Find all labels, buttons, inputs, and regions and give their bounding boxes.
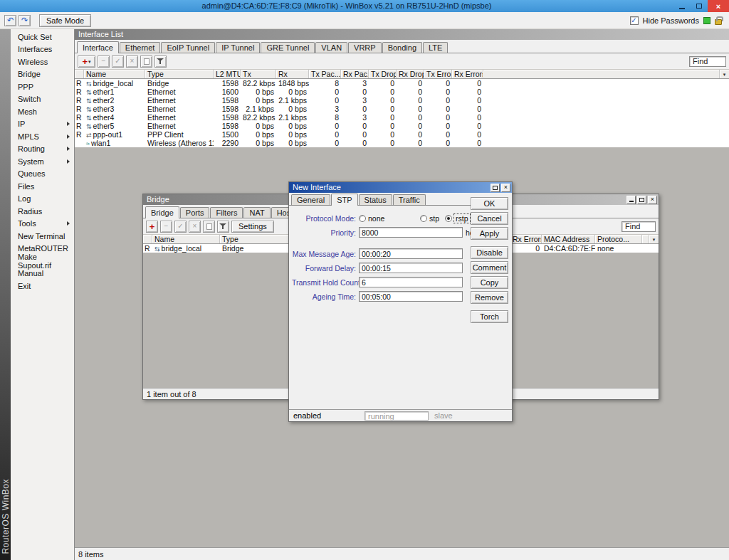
close-button[interactable]: × <box>708 0 729 12</box>
copy-button[interactable]: Copy <box>471 276 508 289</box>
remove-button[interactable]: − <box>98 56 110 68</box>
table-row-ether1[interactable]: R ⇅ether1 Ethernet 1600 0 bps 0 bps 0 0 … <box>75 88 729 96</box>
column-header-flags[interactable] <box>75 70 84 78</box>
disable-button[interactable]: Disable <box>471 246 508 259</box>
forward-delay-input[interactable] <box>359 263 463 273</box>
tab-stp[interactable]: STP <box>331 194 357 206</box>
column-header-flags[interactable] <box>143 235 152 243</box>
apply-button[interactable]: Apply <box>471 227 508 240</box>
tab-vlan[interactable]: VLAN <box>315 42 347 53</box>
radio-option-rstp[interactable]: rstp <box>445 214 470 223</box>
ageing-time-input[interactable] <box>359 291 463 302</box>
max-message-age-input[interactable] <box>359 248 463 259</box>
disable-button[interactable]: × <box>126 56 138 68</box>
tab-vrrp[interactable]: VRRP <box>348 42 382 53</box>
sidebar-item-quick-set[interactable]: Quick Set <box>11 31 74 43</box>
sidebar-item-files[interactable]: Files <box>11 180 74 193</box>
tab-gre-tunnel[interactable]: GRE Tunnel <box>261 42 315 53</box>
undo-button[interactable]: ↶ <box>4 15 16 26</box>
sidebar-item-mpls[interactable]: MPLS <box>11 130 74 143</box>
tab-traffic[interactable]: Traffic <box>393 194 426 205</box>
column-header-rx-pac[interactable]: Rx Pac... <box>341 70 369 78</box>
filter-button[interactable] <box>154 56 167 68</box>
table-row-ether4[interactable]: R ⇅ether4 Ethernet 1598 82.2 kbps 2.1 kb… <box>75 113 729 122</box>
dialog-titlebar[interactable]: New Interface × <box>289 182 512 193</box>
ok-button[interactable]: OK <box>471 197 508 210</box>
redo-button[interactable]: ↷ <box>19 15 31 26</box>
tab-ip-tunnel[interactable]: IP Tunnel <box>216 42 260 53</box>
maximize-button[interactable] <box>491 184 500 192</box>
tab-bridge[interactable]: Bridge <box>145 206 179 218</box>
add-button[interactable]: + <box>146 221 158 233</box>
torch-button[interactable]: Torch <box>471 310 508 323</box>
tab-lte[interactable]: LTE <box>423 42 448 53</box>
tab-general[interactable]: General <box>291 194 330 205</box>
comment-button[interactable] <box>140 56 152 68</box>
tab-eoip-tunnel[interactable]: EoIP Tunnel <box>161 42 215 53</box>
column-selector-button[interactable]: ▾ <box>649 235 659 243</box>
sidebar-item-ppp[interactable]: PPP <box>11 80 74 93</box>
column-header-rx-errors[interactable]: Rx Errors <box>452 70 483 78</box>
radio-option-stp[interactable]: stp <box>420 214 445 223</box>
sidebar-item-routing[interactable]: Routing <box>11 143 74 156</box>
column-header-rx-drops[interactable]: Rx Drops <box>397 70 424 78</box>
tab-filters[interactable]: Filters <box>210 207 243 218</box>
sidebar-item-interfaces[interactable]: Interfaces <box>11 43 74 56</box>
sidebar-item-log[interactable]: Log <box>11 193 74 206</box>
tab-ports[interactable]: Ports <box>180 207 210 218</box>
sidebar-item-system[interactable]: System <box>11 155 74 168</box>
minimize-button[interactable] <box>673 0 691 12</box>
table-row-ether3[interactable]: R ⇅ether3 Ethernet 1598 2.1 kbps 0 bps 3… <box>75 105 729 113</box>
column-header-name[interactable]: Name <box>84 70 145 78</box>
table-row-ether5[interactable]: R ⇅ether5 Ethernet 1598 0 bps 0 bps 0 0 … <box>75 122 729 130</box>
minimize-button[interactable] <box>626 196 636 204</box>
table-row-ether2[interactable]: R ⇅ether2 Ethernet 1598 0 bps 2.1 kbps 0… <box>75 96 729 105</box>
hide-passwords-checkbox[interactable]: ✓ <box>630 16 639 25</box>
comment-button[interactable]: Comment <box>471 261 508 274</box>
table-row-wlan1[interactable]: ≈wlan1 Wireless (Atheros 11N) 2290 0 bps… <box>75 139 729 147</box>
table-row-bridge-local[interactable]: R ⇆bridge_local Bridge 1598 82.2 kbps 18… <box>75 79 729 88</box>
interface-list-titlebar[interactable]: Interface List <box>75 29 729 40</box>
remove-button[interactable]: − <box>160 221 172 233</box>
priority-input[interactable] <box>359 227 463 238</box>
enable-button[interactable]: ✓ <box>174 221 187 233</box>
disable-button[interactable]: × <box>189 221 201 233</box>
settings-button[interactable]: Settings <box>231 221 274 233</box>
filter-button[interactable] <box>217 221 229 233</box>
sidebar-item-new-terminal[interactable]: New Terminal <box>11 230 74 243</box>
enable-button[interactable]: ✓ <box>112 56 124 68</box>
column-header-tx-pac[interactable]: Tx Pac... <box>309 70 341 78</box>
maximize-button[interactable] <box>637 196 646 204</box>
column-header-tx-errors[interactable]: Tx Errors <box>424 70 452 78</box>
tab-interface[interactable]: Interface <box>77 41 119 53</box>
sidebar-item-wireless[interactable]: Wireless <box>11 56 74 68</box>
close-button[interactable]: × <box>648 196 657 204</box>
maximize-button[interactable] <box>691 0 708 12</box>
find-button[interactable]: Find <box>689 56 726 67</box>
sidebar-item-mesh[interactable]: Mesh <box>11 105 74 118</box>
find-button[interactable]: Find <box>622 221 656 232</box>
sidebar-item-queues[interactable]: Queues <box>11 168 74 181</box>
column-header-type[interactable]: Type <box>145 70 214 78</box>
radio-option-none[interactable]: none <box>359 214 420 223</box>
cancel-button[interactable]: Cancel <box>471 212 508 225</box>
sidebar-item-bridge[interactable]: Bridge <box>11 68 74 81</box>
column-header-tx-drops[interactable]: Tx Drops <box>369 70 397 78</box>
sidebar-item-ip[interactable]: IP <box>11 118 74 131</box>
sidebar-item-tools[interactable]: Tools <box>11 218 74 231</box>
sidebar-item-exit[interactable]: Exit <box>11 280 74 292</box>
sidebar-item-make-supout[interactable]: Make Supout.rif <box>11 255 74 268</box>
sidebar-item-radius[interactable]: Radius <box>11 205 74 218</box>
add-button[interactable]: +▾ <box>78 56 95 68</box>
tab-bonding[interactable]: Bonding <box>382 42 422 53</box>
safe-mode-button[interactable]: Safe Mode <box>39 14 91 27</box>
transmit-hold-count-input[interactable] <box>359 277 463 287</box>
comment-button[interactable] <box>203 221 215 233</box>
remove-button[interactable]: Remove <box>471 291 508 304</box>
sidebar-item-switch[interactable]: Switch <box>11 93 74 106</box>
tab-status[interactable]: Status <box>359 194 392 205</box>
column-header-protocol[interactable]: Protoco... <box>595 235 642 243</box>
column-header-type[interactable]: Type <box>220 235 291 243</box>
column-header-name[interactable]: Name <box>152 235 220 243</box>
column-selector-button[interactable]: ▾ <box>719 70 729 78</box>
